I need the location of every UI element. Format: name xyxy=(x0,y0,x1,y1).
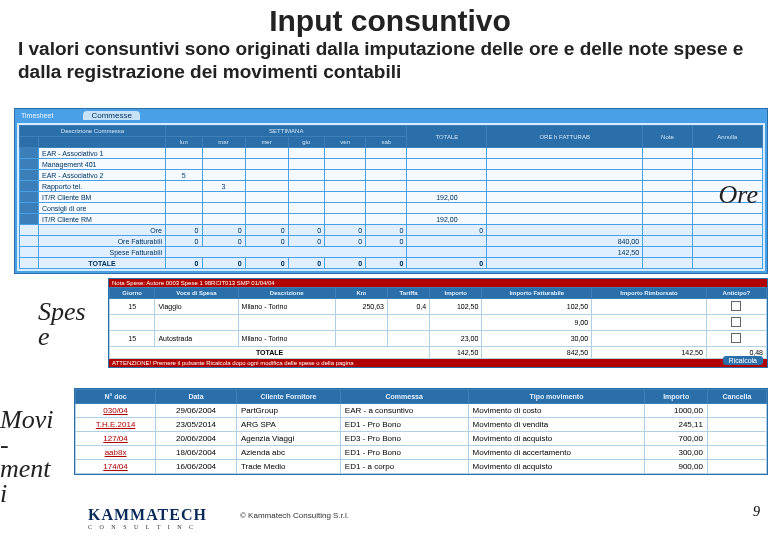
expand-icon[interactable] xyxy=(20,170,39,181)
cell[interactable] xyxy=(288,170,325,181)
cell[interactable] xyxy=(366,214,407,225)
mv-ndoc[interactable]: 030/04 xyxy=(76,404,156,418)
cell[interactable] xyxy=(325,181,366,192)
cell[interactable] xyxy=(202,203,245,214)
cell[interactable] xyxy=(166,203,203,214)
cell[interactable] xyxy=(288,159,325,170)
cell[interactable] xyxy=(325,192,366,203)
row-cancel[interactable] xyxy=(692,214,762,225)
cell[interactable]: 5 xyxy=(166,170,203,181)
row-cancel[interactable] xyxy=(692,159,762,170)
sp-km[interactable] xyxy=(335,331,387,347)
cell[interactable] xyxy=(245,203,288,214)
row-note[interactable] xyxy=(643,148,693,159)
mv-col-ndoc: N° doc xyxy=(76,390,156,404)
sp-giorno[interactable]: 15 xyxy=(110,331,155,347)
mv-cancel[interactable] xyxy=(707,432,766,446)
cell[interactable] xyxy=(325,159,366,170)
row-note[interactable] xyxy=(643,159,693,170)
cell[interactable] xyxy=(245,181,288,192)
cell[interactable] xyxy=(325,148,366,159)
sp-giorno[interactable] xyxy=(110,315,155,331)
sp-tar[interactable]: 0,4 xyxy=(387,299,429,315)
mv-ndoc[interactable]: aab8x xyxy=(76,446,156,460)
cell[interactable] xyxy=(288,203,325,214)
row-spese xyxy=(487,159,643,170)
sp-km[interactable]: 250,63 xyxy=(335,299,387,315)
sp-giorno[interactable]: 15 xyxy=(110,299,155,315)
mv-ndoc[interactable]: 174/04 xyxy=(76,460,156,474)
cell[interactable] xyxy=(366,181,407,192)
cell[interactable] xyxy=(202,192,245,203)
mv-cancel[interactable] xyxy=(707,418,766,432)
cell[interactable] xyxy=(245,159,288,170)
cell[interactable] xyxy=(288,181,325,192)
th-annulla: Annulla xyxy=(692,126,762,148)
cell[interactable] xyxy=(166,192,203,203)
cell[interactable] xyxy=(366,170,407,181)
tab-commesse[interactable]: Commesse xyxy=(83,111,139,120)
cell[interactable]: 3 xyxy=(202,181,245,192)
cell[interactable] xyxy=(366,148,407,159)
cell[interactable] xyxy=(166,181,203,192)
sp-desc[interactable]: Milano - Torino xyxy=(238,299,335,315)
cell[interactable] xyxy=(202,170,245,181)
expand-icon[interactable] xyxy=(20,159,39,170)
cell[interactable] xyxy=(366,203,407,214)
expand-icon[interactable] xyxy=(20,214,39,225)
mv-cancel[interactable] xyxy=(707,446,766,460)
cell[interactable] xyxy=(202,159,245,170)
cell[interactable] xyxy=(366,159,407,170)
cell[interactable] xyxy=(202,214,245,225)
expand-icon[interactable] xyxy=(20,148,39,159)
row-note[interactable] xyxy=(643,192,693,203)
expand-icon[interactable] xyxy=(20,203,39,214)
cell[interactable] xyxy=(366,192,407,203)
cell[interactable] xyxy=(288,148,325,159)
row-spese xyxy=(487,181,643,192)
row-note[interactable] xyxy=(643,203,693,214)
cell[interactable] xyxy=(245,148,288,159)
mv-com: ED1 - Pro Bono xyxy=(340,418,468,432)
row-cancel[interactable] xyxy=(692,170,762,181)
cell[interactable] xyxy=(288,192,325,203)
sp-tar[interactable] xyxy=(387,315,429,331)
cell[interactable] xyxy=(166,159,203,170)
row-note[interactable] xyxy=(643,181,693,192)
sp-desc[interactable]: Milano - Torino xyxy=(238,331,335,347)
ricalcola-button[interactable]: Ricalcola xyxy=(723,356,763,365)
cell[interactable] xyxy=(325,170,366,181)
sp-ant[interactable] xyxy=(706,331,766,347)
cell[interactable] xyxy=(245,214,288,225)
cell[interactable] xyxy=(288,214,325,225)
sp-km[interactable] xyxy=(335,315,387,331)
mv-ndoc[interactable]: T.H.E.2014 xyxy=(76,418,156,432)
mv-cancel[interactable] xyxy=(707,460,766,474)
sp-voce[interactable]: Viaggio xyxy=(155,299,238,315)
mv-cancel[interactable] xyxy=(707,404,766,418)
sp-ant[interactable] xyxy=(706,299,766,315)
sp-voce[interactable] xyxy=(155,315,238,331)
row-note[interactable] xyxy=(643,170,693,181)
cell[interactable] xyxy=(166,148,203,159)
table-row: T.H.E.2014 23/05/2014 ARG SPA ED1 - Pro … xyxy=(76,418,767,432)
cell[interactable] xyxy=(245,170,288,181)
table-row: 174/04 16/06/2004 Trade Medio ED1 - a co… xyxy=(76,460,767,474)
sp-voce[interactable]: Autostrada xyxy=(155,331,238,347)
row-cancel[interactable] xyxy=(692,148,762,159)
expand-icon[interactable] xyxy=(20,181,39,192)
sp-imp xyxy=(430,315,482,331)
sp-tar[interactable] xyxy=(387,331,429,347)
row-note[interactable] xyxy=(643,214,693,225)
sp-ant[interactable] xyxy=(706,315,766,331)
cell[interactable] xyxy=(245,192,288,203)
cell[interactable] xyxy=(202,148,245,159)
expand-icon[interactable] xyxy=(20,192,39,203)
cell[interactable] xyxy=(325,203,366,214)
table-row: 127/04 20/06/2004 Agenzia Viaggi ED3 - P… xyxy=(76,432,767,446)
cell[interactable] xyxy=(166,214,203,225)
mv-ndoc[interactable]: 127/04 xyxy=(76,432,156,446)
sp-desc[interactable] xyxy=(238,315,335,331)
cell[interactable] xyxy=(325,214,366,225)
row-tot: 192,00 xyxy=(407,192,487,203)
